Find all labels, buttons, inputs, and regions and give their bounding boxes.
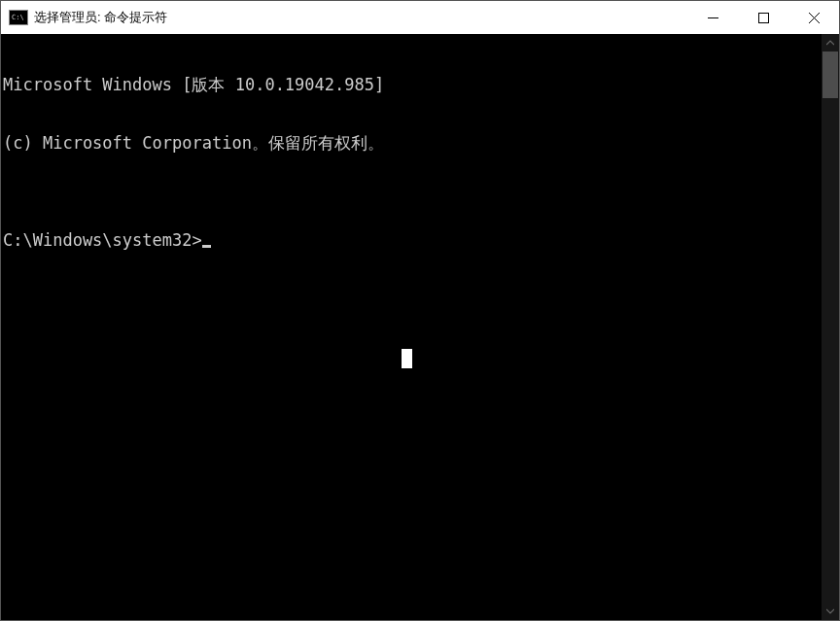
vertical-scrollbar[interactable] (822, 34, 839, 620)
terminal-area: Microsoft Windows [版本 10.0.19042.985] (c… (1, 34, 839, 620)
maximize-button[interactable] (738, 1, 788, 34)
maximize-icon (758, 13, 769, 23)
minimize-button[interactable] (687, 1, 738, 34)
text-cursor (202, 245, 211, 248)
minimize-icon (708, 13, 718, 23)
terminal-prompt: C:\Windows\system32> (3, 230, 202, 250)
chevron-up-icon (826, 39, 834, 47)
scrollbar-down-button[interactable] (822, 603, 839, 620)
terminal-line: Microsoft Windows [版本 10.0.19042.985] (3, 75, 822, 94)
window-title: 选择管理员: 命令提示符 (34, 9, 687, 26)
terminal-content[interactable]: Microsoft Windows [版本 10.0.19042.985] (c… (1, 34, 822, 620)
svg-rect-1 (758, 13, 768, 22)
scrollbar-up-button[interactable] (822, 34, 839, 52)
titlebar[interactable]: C:\ 选择管理员: 命令提示符 (1, 1, 839, 34)
terminal-prompt-line: C:\Windows\system32> (3, 230, 822, 250)
chevron-down-icon (826, 607, 834, 615)
window-controls (687, 1, 839, 34)
scrollbar-thumb[interactable] (822, 52, 838, 98)
cmd-icon: C:\ (9, 10, 28, 25)
close-icon (809, 13, 820, 23)
cmd-window: C:\ 选择管理员: 命令提示符 Microso (0, 0, 840, 621)
cmd-icon-text: C:\ (12, 15, 24, 21)
selection-cursor-block (402, 349, 412, 368)
close-button[interactable] (788, 1, 839, 34)
terminal-line: (c) Microsoft Corporation。保留所有权利。 (3, 133, 822, 153)
